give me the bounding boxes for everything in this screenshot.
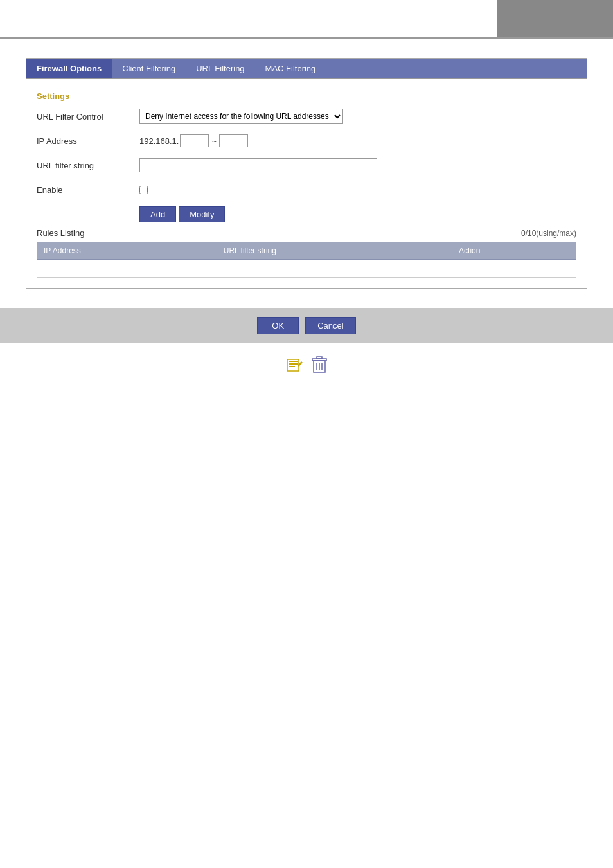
settings-section: Settings URL Filter Control Deny Interne… [26,79,587,288]
tab-client-filtering[interactable]: Client Filtering [112,59,186,78]
ip-prefix: 192.168.1. [139,136,179,146]
enable-checkbox[interactable] [139,186,148,194]
buttons-control: Add Modify [139,206,576,222]
tab-mac-filtering[interactable]: MAC Filtering [255,59,326,78]
empty-action [452,260,576,278]
top-bar-accent [497,0,613,37]
add-modify-row: Add Modify [37,205,576,223]
col-url-filter-string: URL filter string [217,242,452,260]
rules-table-header-row: IP Address URL filter string Action [37,242,576,260]
ok-button[interactable]: OK [257,317,299,334]
url-filter-string-label: URL filter string [37,161,139,170]
rules-listing-row: Rules Listing 0/10(using/max) [37,228,576,238]
modify-button[interactable]: Modify [179,206,225,222]
icons-area [0,356,613,378]
ip-start-input[interactable] [180,134,209,147]
enable-label: Enable [37,185,139,195]
ip-tilde: ~ [211,136,217,146]
url-filter-control-area: Deny Internet access for the following U… [139,109,576,124]
rules-table-header: IP Address URL filter string Action [37,242,576,260]
tab-bar: Firewall Options Client Filtering URL Fi… [26,59,587,79]
cancel-button[interactable]: Cancel [305,317,355,334]
empty-ip [37,260,217,278]
url-filter-string-row: URL filter string [37,156,576,174]
edit-icon[interactable] [286,357,304,377]
footer-bar: OK Cancel [0,308,613,343]
url-filter-string-input[interactable] [139,158,377,172]
url-filter-control-label: URL Filter Control [37,112,139,122]
svg-rect-3 [289,366,295,367]
delete-icon[interactable] [312,356,327,378]
ip-address-control: 192.168.1. ~ [139,134,576,147]
url-filter-string-control [139,158,576,172]
settings-panel: Firewall Options Client Filtering URL Fi… [26,58,587,289]
ip-address-row: IP Address 192.168.1. ~ [37,132,576,150]
col-action: Action [452,242,576,260]
table-row [37,260,576,278]
rules-table-body [37,260,576,278]
url-filter-select[interactable]: Deny Internet access for the following U… [139,109,343,124]
svg-rect-8 [317,357,322,359]
url-filter-control-row: URL Filter Control Deny Internet access … [37,107,576,125]
svg-rect-2 [289,363,298,365]
svg-rect-1 [289,361,298,362]
tab-url-filtering[interactable]: URL Filtering [186,59,254,78]
enable-control [139,186,576,194]
enable-row: Enable [37,181,576,199]
rules-table: IP Address URL filter string Action [37,242,576,278]
settings-title: Settings [37,87,576,101]
top-bar [0,0,613,39]
rules-count: 0/10(using/max) [521,229,576,238]
ip-end-input[interactable] [219,134,248,147]
ip-address-label: IP Address [37,136,139,146]
empty-url [217,260,452,278]
col-ip-address: IP Address [37,242,217,260]
tab-firewall-options[interactable]: Firewall Options [26,59,112,78]
main-content: Firewall Options Client Filtering URL Fi… [0,39,613,308]
rules-listing-label: Rules Listing [37,228,84,238]
add-button[interactable]: Add [139,206,176,222]
